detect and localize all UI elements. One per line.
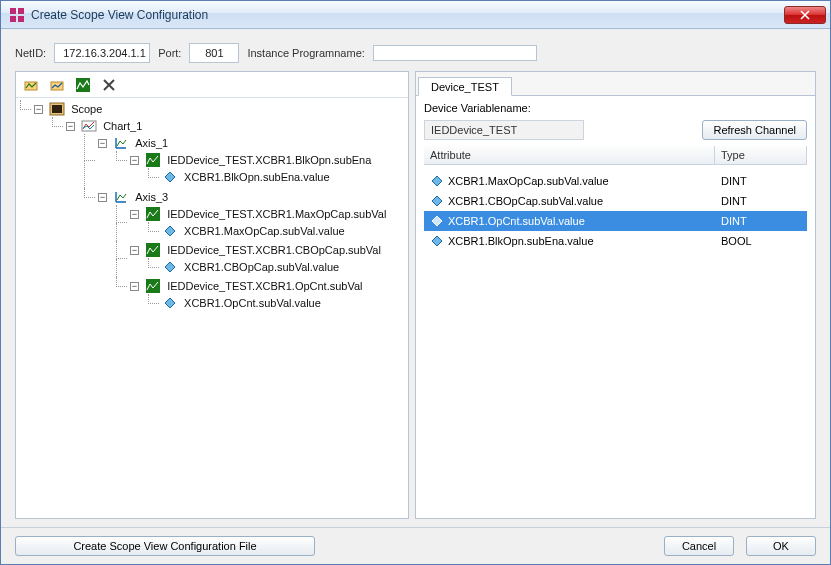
scope-tree[interactable]: − Scope − Chart_1 − — [16, 100, 408, 316]
variable-icon — [162, 259, 178, 275]
port-input[interactable]: 801 — [189, 43, 239, 63]
expander-icon[interactable]: − — [34, 105, 43, 114]
svg-rect-12 — [146, 243, 160, 257]
tree-panel: − Scope − Chart_1 − — [15, 71, 409, 519]
type-cell: DINT — [715, 172, 807, 190]
col-type[interactable]: Type — [715, 146, 807, 164]
attribute-row[interactable]: XCBR1.OpCnt.subVal.valueDINT — [424, 211, 807, 231]
svg-rect-10 — [146, 153, 160, 167]
attribute-body: Device Variablename: IEDDevice_TEST Refr… — [416, 96, 815, 518]
channel-icon — [145, 242, 161, 258]
attribute-panel: Device_TEST Device Variablename: IEDDevi… — [415, 71, 816, 519]
connection-form: NetID: 172.16.3.204.1.1 Port: 801 Instan… — [1, 29, 830, 71]
attribute-cell: XCBR1.OpCnt.subVal.value — [424, 211, 715, 231]
new-axis-button[interactable] — [46, 74, 68, 96]
dialog-window: Create Scope View Configuration NetID: 1… — [0, 0, 831, 565]
tab-device[interactable]: Device_TEST — [418, 77, 512, 96]
attribute-cell: XCBR1.MaxOpCap.subVal.value — [424, 171, 715, 191]
varname-label: Device Variablename: — [424, 102, 531, 114]
expander-icon[interactable]: − — [130, 282, 139, 291]
channel-icon — [145, 278, 161, 294]
svg-rect-8 — [52, 105, 62, 113]
attribute-cell: XCBR1.BlkOpn.subEna.value — [424, 231, 715, 251]
refresh-channel-button[interactable]: Refresh Channel — [702, 120, 807, 140]
tree-scroll[interactable]: − Scope − Chart_1 − — [16, 98, 408, 518]
attribute-list[interactable]: XCBR1.MaxOpCap.subVal.valueDINTXCBR1.CBO… — [424, 171, 807, 512]
attribute-row[interactable]: XCBR1.BlkOpn.subEna.valueBOOL — [424, 231, 807, 251]
expander-icon[interactable]: − — [98, 193, 107, 202]
axis-icon — [113, 189, 129, 205]
type-cell: BOOL — [715, 232, 807, 250]
tree-node-variable[interactable]: XCBR1.CBOpCap.subVal.value — [184, 261, 339, 273]
progname-label: Instance Programname: — [247, 47, 364, 59]
tab-strip: Device_TEST — [416, 72, 815, 96]
col-attribute[interactable]: Attribute — [424, 146, 715, 164]
delete-button[interactable] — [98, 74, 120, 96]
tree-node-channel[interactable]: IEDDevice_TEST.XCBR1.MaxOpCap.subVal — [167, 208, 386, 220]
port-label: Port: — [158, 47, 181, 59]
create-file-button[interactable]: Create Scope View Configuration File — [15, 536, 315, 556]
variable-icon — [162, 295, 178, 311]
cancel-button[interactable]: Cancel — [664, 536, 734, 556]
netid-label: NetID: — [15, 47, 46, 59]
attribute-row[interactable]: XCBR1.MaxOpCap.subVal.valueDINT — [424, 171, 807, 191]
netid-input[interactable]: 172.16.3.204.1.1 — [54, 43, 150, 63]
svg-rect-3 — [18, 16, 24, 22]
type-cell: DINT — [715, 192, 807, 210]
new-chart-button[interactable] — [20, 74, 42, 96]
tree-node-scope[interactable]: Scope — [71, 103, 102, 115]
expander-icon[interactable]: − — [130, 156, 139, 165]
variable-icon — [162, 223, 178, 239]
tree-node-variable[interactable]: XCBR1.MaxOpCap.subVal.value — [184, 225, 345, 237]
tree-toolbar — [16, 72, 408, 98]
expander-icon[interactable]: − — [98, 139, 107, 148]
scope-icon — [49, 101, 65, 117]
app-icon — [9, 7, 25, 23]
attribute-row[interactable]: XCBR1.CBOpCap.subVal.valueDINT — [424, 191, 807, 211]
tree-node-variable[interactable]: XCBR1.OpCnt.subVal.value — [184, 297, 321, 309]
varname-value: IEDDevice_TEST — [424, 120, 584, 140]
expander-icon[interactable]: − — [66, 122, 75, 131]
svg-rect-11 — [146, 207, 160, 221]
main-area: − Scope − Chart_1 − — [1, 71, 830, 527]
tree-node-axis1[interactable]: Axis_1 — [135, 137, 168, 149]
close-button[interactable] — [784, 6, 826, 24]
axis-icon — [113, 135, 129, 151]
tree-node-variable[interactable]: XCBR1.BlkOpn.subEna.value — [184, 171, 330, 183]
variable-icon — [162, 169, 178, 185]
window-title: Create Scope View Configuration — [31, 8, 778, 22]
tree-node-channel[interactable]: IEDDevice_TEST.XCBR1.OpCnt.subVal — [167, 280, 362, 292]
tree-node-channel[interactable]: IEDDevice_TEST.XCBR1.BlkOpn.subEna — [167, 154, 371, 166]
progname-input[interactable] — [373, 45, 537, 61]
tree-node-chart[interactable]: Chart_1 — [103, 120, 142, 132]
chart-icon — [81, 118, 97, 134]
tree-node-channel[interactable]: IEDDevice_TEST.XCBR1.CBOpCap.subVal — [167, 244, 381, 256]
svg-rect-13 — [146, 279, 160, 293]
new-channel-button[interactable] — [72, 74, 94, 96]
svg-rect-2 — [10, 16, 16, 22]
type-cell: DINT — [715, 212, 807, 230]
titlebar[interactable]: Create Scope View Configuration — [1, 1, 830, 29]
expander-icon[interactable]: − — [130, 246, 139, 255]
ok-button[interactable]: OK — [746, 536, 816, 556]
tree-node-axis3[interactable]: Axis_3 — [135, 191, 168, 203]
svg-rect-1 — [18, 8, 24, 14]
attribute-list-header: Attribute Type — [424, 146, 807, 165]
expander-icon[interactable]: − — [130, 210, 139, 219]
channel-icon — [145, 152, 161, 168]
svg-rect-0 — [10, 8, 16, 14]
svg-rect-6 — [76, 78, 90, 92]
dialog-footer: Create Scope View Configuration File Can… — [1, 527, 830, 564]
attribute-cell: XCBR1.CBOpCap.subVal.value — [424, 191, 715, 211]
channel-icon — [145, 206, 161, 222]
